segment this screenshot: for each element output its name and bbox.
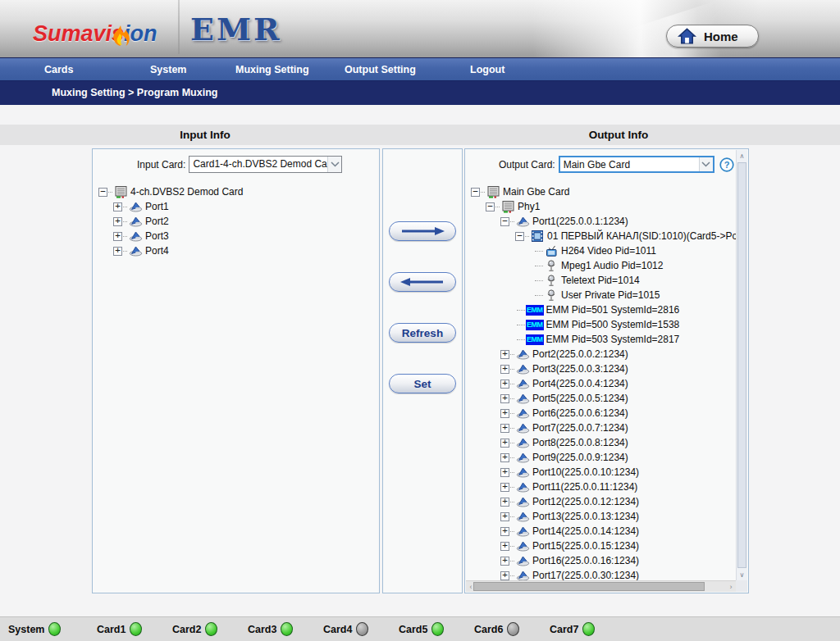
scroll-up-icon[interactable]: ∧ — [737, 150, 747, 161]
tree-node[interactable]: −Port1(225.0.0.1:1234) — [466, 214, 736, 229]
collapse-icon[interactable]: − — [471, 188, 480, 197]
tree-node-label: Port4 — [145, 245, 169, 257]
nav-item-system[interactable]: System — [150, 59, 186, 80]
mic-icon — [544, 289, 559, 302]
expand-icon[interactable]: + — [500, 527, 509, 536]
expand-icon[interactable]: + — [113, 232, 122, 241]
emm-icon: EMM — [526, 334, 544, 345]
tree-node[interactable]: +Port8(225.0.0.8:1234) — [466, 435, 736, 450]
move-right-button[interactable] — [389, 221, 456, 241]
help-icon[interactable]: ? — [719, 157, 734, 172]
nav-item-logout[interactable]: Logout — [470, 59, 504, 80]
tree-node[interactable]: EMMEMM Pid=500 SystemId=1538 — [466, 317, 736, 332]
status-label: Card1 — [97, 624, 126, 635]
collapse-icon[interactable]: − — [486, 202, 495, 211]
set-button[interactable]: Set — [389, 374, 456, 393]
nav-item-output-setting[interactable]: Output Setting — [345, 59, 416, 80]
tree-node-label: EMM Pid=503 SystemId=2817 — [546, 334, 680, 345]
tree-node[interactable]: +Port3 — [94, 229, 378, 243]
tree-node[interactable]: −Main Gbe Card — [466, 184, 736, 199]
tree-node[interactable]: +Port5(225.0.0.5:1234) — [466, 391, 736, 406]
status-label: Card7 — [550, 624, 578, 635]
tree-node[interactable]: Teletext Pid=1014 — [466, 273, 736, 288]
tree-node[interactable]: +Port12(225.0.0.12:1234) — [466, 494, 736, 509]
tree-node[interactable]: +Port14(225.0.0.14:1234) — [466, 524, 736, 539]
expand-icon[interactable]: + — [500, 453, 509, 462]
expand-icon[interactable]: + — [113, 202, 122, 211]
output-card-select[interactable]: Main Gbe Card — [559, 156, 714, 173]
tree-node[interactable]: −Phy1 — [466, 199, 736, 214]
emm-icon: EMM — [526, 320, 544, 330]
tree-node[interactable]: +Port10(225.0.0.10:1234) — [466, 465, 736, 480]
tree-connector — [108, 192, 112, 193]
expand-icon[interactable]: + — [500, 468, 509, 477]
chevron-down-icon[interactable] — [699, 157, 713, 171]
expand-icon[interactable]: + — [500, 542, 509, 551]
horizontal-scrollbar[interactable]: ‹ › — [466, 580, 736, 592]
move-left-button[interactable] — [389, 272, 456, 292]
refresh-button[interactable]: Refresh — [389, 323, 456, 343]
tree-connector — [510, 369, 514, 370]
expand-icon[interactable]: + — [500, 512, 509, 521]
tree-connector — [510, 398, 514, 399]
card-icon — [500, 200, 515, 213]
dish-icon — [515, 215, 530, 228]
expand-icon[interactable]: + — [500, 571, 509, 580]
expand-icon[interactable]: + — [500, 409, 509, 418]
vertical-scrollbar-thumb[interactable] — [737, 162, 746, 568]
chevron-down-icon[interactable] — [327, 157, 341, 172]
tree-node[interactable]: +Port9(225.0.0.9:1234) — [466, 450, 736, 465]
tree-node[interactable]: +Port1 — [94, 199, 378, 214]
tree-node[interactable]: +Port4 — [94, 243, 378, 258]
tree-node[interactable]: Mpeg1 Audio Pid=1012 — [466, 258, 736, 273]
tree-node-label: Port3 — [145, 230, 169, 242]
dish-icon — [515, 407, 530, 420]
tree-connector — [510, 561, 514, 561]
tree-node[interactable]: +Port4(225.0.0.4:1234) — [466, 376, 736, 391]
arrow-left-icon — [399, 277, 446, 287]
expand-icon[interactable]: + — [500, 498, 509, 507]
expand-icon[interactable]: + — [500, 394, 509, 403]
tree-node[interactable]: +Port11(225.0.0.11:1234) — [466, 480, 736, 494]
expand-icon[interactable]: + — [500, 365, 509, 374]
tree-node[interactable]: −4-ch.DVBS2 Demod Card — [94, 184, 378, 199]
tree-node[interactable]: User Private Pid=1015 — [466, 288, 736, 302]
expand-icon[interactable]: + — [500, 380, 509, 389]
tree-node-label: Port16(225.0.0.16:1234) — [532, 555, 639, 566]
input-card-select[interactable]: Card1-4-ch.DVBS2 Demod Card — [189, 156, 342, 173]
scroll-right-icon[interactable]: › — [726, 581, 736, 592]
expand-icon[interactable]: + — [500, 439, 509, 448]
tree-node[interactable]: +Port6(225.0.0.6:1234) — [466, 406, 736, 421]
tree-node[interactable]: +Port3(225.0.0.3:1234) — [466, 361, 736, 376]
header-divider — [178, 0, 180, 54]
expand-icon[interactable]: + — [500, 424, 509, 433]
expand-icon[interactable]: + — [500, 483, 509, 492]
nav-item-muxing-setting[interactable]: Muxing Setting — [235, 59, 309, 80]
collapse-icon[interactable]: − — [500, 217, 509, 226]
tree-node[interactable]: +Port7(225.0.0.7:1234) — [466, 421, 736, 435]
collapse-icon[interactable]: − — [515, 232, 524, 241]
home-button[interactable]: Home — [666, 25, 759, 48]
tree-node[interactable]: +Port15(225.0.0.15:1234) — [466, 539, 736, 553]
expand-icon[interactable]: + — [113, 247, 122, 256]
status-led-icon — [431, 622, 444, 636]
expand-icon[interactable]: + — [500, 557, 509, 566]
collapse-icon[interactable]: − — [98, 188, 107, 197]
horizontal-scrollbar-thumb[interactable] — [473, 582, 705, 591]
tree-node[interactable]: +Port17(225.0.0.30:1234) — [466, 568, 736, 580]
tree-node[interactable]: +Port2 — [94, 214, 378, 229]
vertical-scrollbar[interactable]: ∧ ∨ — [736, 150, 747, 580]
status-label: Card6 — [474, 624, 503, 635]
status-item-card7: Card7 — [550, 622, 625, 636]
tree-node[interactable]: EMMEMM Pid=503 SystemId=2817 — [466, 332, 736, 347]
expand-icon[interactable]: + — [113, 217, 122, 226]
tree-node[interactable]: +Port16(225.0.0.16:1234) — [466, 553, 736, 568]
scroll-down-icon[interactable]: ∨ — [737, 569, 747, 580]
tree-node[interactable]: H264 Video Pid=1011 — [466, 243, 736, 258]
tree-node[interactable]: +Port2(225.0.0.2:1234) — [466, 347, 736, 361]
tree-node[interactable]: −01 ПЕРВЫЙ КАНАЛ(SID:1010)(Card5->Port1) — [466, 229, 736, 243]
expand-icon[interactable]: + — [500, 350, 509, 359]
tree-node[interactable]: +Port13(225.0.0.13:1234) — [466, 509, 736, 524]
tree-node[interactable]: EMMEMM Pid=501 SystemId=2816 — [466, 302, 736, 317]
nav-item-cards[interactable]: Cards — [44, 59, 73, 80]
